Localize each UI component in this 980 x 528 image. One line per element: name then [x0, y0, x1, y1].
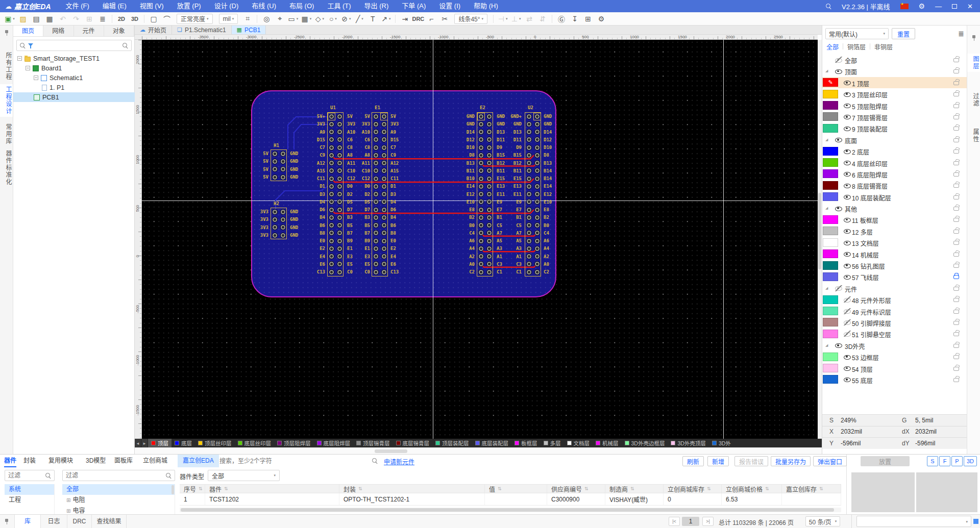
pad[interactable]: [534, 215, 540, 220]
order-pcb-icon[interactable]: ⊞: [582, 13, 594, 24]
search-icon[interactable]: [122, 43, 128, 48]
layer-chip-顶层装配层[interactable]: 顶层装配层: [432, 439, 472, 447]
pad[interactable]: [373, 121, 379, 127]
canvas-origin-icon[interactable]: ⌒: [161, 13, 173, 24]
pad[interactable]: [272, 159, 278, 164]
pad[interactable]: [337, 184, 342, 189]
layer-chip-底层锡膏层[interactable]: 底层锡膏层: [393, 439, 433, 447]
part-type-select[interactable]: 全部 ▾: [208, 470, 280, 481]
pad[interactable]: [534, 269, 540, 275]
category-系统[interactable]: 系统: [5, 484, 54, 495]
library-search-box[interactable]: [219, 455, 378, 467]
column-header-立创商城库存[interactable]: 立创商城库存⇅: [664, 485, 722, 493]
pad[interactable]: [337, 168, 342, 173]
pad[interactable]: [534, 129, 540, 135]
layer-group-顶面[interactable]: ◢顶面: [822, 65, 967, 77]
sidebar-tab-常用库[interactable]: 常用库: [0, 121, 13, 147]
eye-icon[interactable]: [844, 228, 851, 234]
library-tab-复用模块[interactable]: 复用模块: [48, 455, 73, 467]
pad[interactable]: [526, 261, 532, 267]
pad[interactable]: [534, 137, 540, 142]
layer-row-11[interactable]: 11 板框层: [822, 214, 967, 225]
layer-chip-多层[interactable]: 多层: [541, 439, 564, 447]
layer-row-3[interactable]: 3 顶层丝印层: [822, 88, 967, 99]
pad[interactable]: [329, 199, 334, 205]
pad[interactable]: [280, 209, 286, 215]
layer-color-chip[interactable]: [823, 364, 838, 372]
pad[interactable]: [534, 230, 540, 236]
select-region-icon[interactable]: ▢: [148, 13, 160, 24]
pad[interactable]: [526, 184, 532, 189]
pad[interactable]: [526, 238, 532, 244]
unlock-icon[interactable]: [953, 367, 959, 371]
export-file-icon[interactable]: ↧: [569, 13, 581, 24]
layer-row-55[interactable]: 55 底层: [822, 374, 967, 385]
place-button[interactable]: 放置: [861, 456, 910, 466]
pad[interactable]: [329, 261, 334, 267]
pad[interactable]: [337, 215, 342, 220]
menu-item-0[interactable]: 文件 (F): [59, 0, 96, 12]
pad[interactable]: [329, 238, 334, 244]
eye-off-icon[interactable]: [835, 57, 842, 63]
pad[interactable]: [373, 215, 379, 220]
pad[interactable]: [272, 174, 278, 180]
pad[interactable]: [329, 230, 334, 236]
footprint-preview[interactable]: [916, 472, 977, 512]
pad[interactable]: [337, 230, 342, 236]
pad[interactable]: [272, 217, 278, 222]
menu-item-9[interactable]: 下单 (A): [395, 0, 432, 12]
pad[interactable]: [486, 215, 492, 220]
bottom-tab-DRC[interactable]: DRC: [67, 515, 92, 528]
eye-icon[interactable]: [844, 262, 851, 268]
pad[interactable]: [337, 191, 342, 197]
layer-chip-底层装配层[interactable]: 底层装配层: [472, 439, 512, 447]
pad[interactable]: [329, 160, 334, 166]
design-manager-icon[interactable]: ≣: [96, 13, 109, 24]
sort-icon[interactable]: ⇅: [707, 486, 711, 491]
layer-strip-prev-icon[interactable]: ◂: [135, 439, 141, 447]
sidebar-tab-所有工程[interactable]: 所有工程: [0, 50, 13, 83]
pad[interactable]: [486, 261, 492, 267]
scrollbar-thumb[interactable]: [172, 485, 174, 494]
pad[interactable]: [337, 238, 342, 244]
pad[interactable]: [486, 269, 492, 275]
place-polygon-icon[interactable]: ◇▾: [313, 13, 326, 24]
unlock-icon[interactable]: [953, 195, 959, 199]
project-search-box[interactable]: [16, 40, 132, 51]
layer-color-chip[interactable]: [823, 90, 838, 98]
unlock-icon[interactable]: [953, 172, 959, 177]
save-icon[interactable]: ▤: [30, 13, 42, 24]
eye-icon[interactable]: [844, 160, 851, 166]
menu-item-1[interactable]: 编辑 (E): [96, 0, 133, 12]
panel-pin-icon[interactable]: [4, 30, 9, 36]
pad[interactable]: [373, 199, 379, 205]
tab-对象[interactable]: 对象: [104, 26, 134, 36]
eye-off-icon[interactable]: [844, 308, 851, 314]
pad[interactable]: [534, 168, 540, 173]
unlock-icon[interactable]: [953, 81, 959, 85]
layer-row-56[interactable]: 56 钻孔图层: [822, 260, 967, 271]
library-search-input[interactable]: [219, 458, 372, 465]
pad[interactable]: [534, 153, 540, 158]
pad[interactable]: [373, 129, 379, 135]
expander-icon[interactable]: −: [26, 66, 30, 70]
2d-view-icon[interactable]: 2D: [115, 13, 128, 24]
button-刷新[interactable]: 刷新: [682, 456, 704, 466]
place-dimension-icon[interactable]: ↗▾: [380, 13, 392, 24]
pad[interactable]: [373, 176, 379, 182]
minimize-button[interactable]: —: [935, 3, 942, 10]
pad[interactable]: [486, 129, 492, 135]
pad[interactable]: [337, 145, 342, 150]
layer-chip-机械层[interactable]: 机械层: [593, 439, 622, 447]
pad[interactable]: [381, 184, 387, 189]
layer-color-chip[interactable]: [823, 101, 838, 110]
unlock-icon[interactable]: [953, 264, 959, 268]
place-rect-icon[interactable]: ▭▾: [287, 13, 299, 24]
pad[interactable]: [280, 224, 286, 230]
column-header-值[interactable]: 值⇅: [485, 485, 547, 493]
menu-item-5[interactable]: 布线 (U): [245, 0, 283, 12]
doc-tab-开始页[interactable]: ☁开始页: [135, 26, 172, 34]
pad[interactable]: [526, 215, 532, 220]
pad[interactable]: [337, 129, 342, 135]
pad[interactable]: [478, 176, 484, 182]
